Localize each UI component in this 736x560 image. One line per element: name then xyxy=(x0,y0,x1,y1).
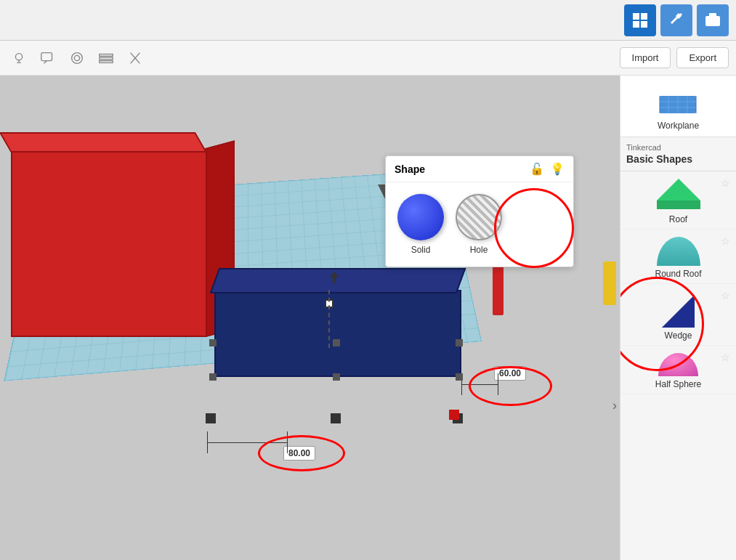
solid-label: Solid xyxy=(411,245,431,255)
export-button[interactable]: Export xyxy=(676,47,729,68)
half-sphere-star-icon[interactable]: ☆ xyxy=(721,352,730,363)
shape-panel-body: Solid Hole xyxy=(386,182,573,267)
top-toolbar xyxy=(0,0,736,41)
workplane-icon xyxy=(657,81,700,118)
shape-panel-header: Shape 🔓 💡 xyxy=(386,156,573,182)
blue-box-shape[interactable] xyxy=(214,290,461,377)
half-sphere-label: Half Sphere xyxy=(655,379,701,389)
dimension-80-label: 80.00 xyxy=(283,446,315,460)
svg-point-6 xyxy=(15,53,22,60)
dim-line-v4 xyxy=(287,431,288,453)
dimension-60-label: 60.00 xyxy=(494,366,526,381)
dim-line-v3 xyxy=(207,431,208,453)
canvas-area[interactable]: 60.00 80.00 xyxy=(0,76,620,560)
handle-corner-tl[interactable] xyxy=(209,339,217,346)
workplane-label: Workplane xyxy=(658,121,699,131)
svg-rect-14 xyxy=(333,277,336,283)
handle-corner-ml[interactable] xyxy=(209,373,217,381)
svg-point-8 xyxy=(72,52,83,63)
svg-rect-4 xyxy=(705,16,720,26)
svg-marker-26 xyxy=(662,295,695,328)
handle-bottom-m[interactable] xyxy=(331,413,341,423)
shape-panel: Shape 🔓 💡 Solid Hole xyxy=(385,155,574,267)
round-roof-shape-icon xyxy=(657,237,700,266)
visibility-icon[interactable]: 💡 xyxy=(550,162,565,176)
hole-circle-icon xyxy=(456,194,502,240)
half-sphere-shape-icon xyxy=(658,353,698,376)
red-box-shape[interactable] xyxy=(11,148,207,337)
hole-option[interactable]: Hole xyxy=(456,194,502,255)
main-area: 60.00 80.00 xyxy=(0,76,736,560)
svg-rect-2 xyxy=(633,21,639,28)
camera-button[interactable] xyxy=(697,4,729,36)
solid-circle-icon xyxy=(397,194,444,240)
handle-corner-tm[interactable] xyxy=(333,339,340,346)
tinkercad-label: Tinkercad xyxy=(620,137,736,153)
svg-rect-1 xyxy=(641,13,647,20)
svg-marker-23 xyxy=(657,179,700,200)
second-toolbar: Import Export xyxy=(0,41,736,76)
dim-line-v2 xyxy=(498,373,498,395)
hammer-button[interactable] xyxy=(660,4,692,36)
hole-label: Hole xyxy=(470,245,488,255)
wedge-star-icon[interactable]: ☆ xyxy=(721,290,730,301)
svg-marker-13 xyxy=(330,272,339,277)
speech-tool-icon[interactable] xyxy=(36,46,60,70)
svg-rect-24 xyxy=(657,200,700,209)
svg-rect-3 xyxy=(641,21,647,28)
dim-line-h2 xyxy=(207,442,287,443)
handle-corner-mr[interactable] xyxy=(456,373,463,381)
shape-panel-title: Shape xyxy=(395,163,425,175)
wedge-label: Wedge xyxy=(665,330,692,341)
roof-shape-icon xyxy=(657,179,700,211)
sidebar-item-round-roof[interactable]: ☆ Round Roof xyxy=(620,230,736,284)
handle-corner-mm[interactable] xyxy=(333,373,340,381)
layers-tool-icon[interactable] xyxy=(94,46,118,70)
solid-option[interactable]: Solid xyxy=(397,194,444,255)
circle-tool-icon[interactable] xyxy=(65,46,89,70)
sidebar-item-half-sphere[interactable]: ☆ Half Sphere xyxy=(620,346,736,394)
round-roof-label: Round Roof xyxy=(655,269,701,279)
sidebar-item-wedge[interactable]: ☆ Wedge xyxy=(620,284,736,346)
roof-star-icon[interactable]: ☆ xyxy=(721,177,730,189)
roof-label: Roof xyxy=(669,214,687,224)
svg-rect-11 xyxy=(100,57,113,60)
light-tool-icon[interactable] xyxy=(7,46,31,70)
red-box-top-face xyxy=(0,132,207,153)
dim-line-h1 xyxy=(461,384,498,385)
svg-rect-7 xyxy=(41,52,52,60)
svg-rect-5 xyxy=(709,13,716,17)
round-roof-star-icon[interactable]: ☆ xyxy=(721,235,730,247)
handle-corner-tr[interactable] xyxy=(456,339,463,346)
svg-point-9 xyxy=(74,55,79,60)
handle-bottom-l[interactable] xyxy=(206,413,216,423)
move-connector-line xyxy=(328,290,330,348)
handle-red-corner[interactable] xyxy=(449,410,459,420)
right-sidebar: Workplane Tinkercad Basic Shapes ☆ Roof … xyxy=(620,76,736,560)
basic-shapes-label: Basic Shapes xyxy=(620,153,736,171)
flip-tool-icon[interactable] xyxy=(124,46,147,70)
lock-icon[interactable]: 🔓 xyxy=(530,162,544,176)
grid-view-button[interactable] xyxy=(624,4,656,36)
svg-rect-10 xyxy=(100,54,113,56)
import-button[interactable]: Import xyxy=(620,47,671,68)
wedge-shape-icon xyxy=(658,291,698,328)
workplane-button[interactable]: Workplane xyxy=(620,76,736,137)
svg-rect-12 xyxy=(100,60,113,62)
sidebar-item-roof[interactable]: ☆ Roof xyxy=(620,171,736,230)
panel-icon-group: 🔓 💡 xyxy=(530,162,565,176)
svg-rect-0 xyxy=(633,13,639,20)
move-handle-up[interactable] xyxy=(327,272,341,286)
